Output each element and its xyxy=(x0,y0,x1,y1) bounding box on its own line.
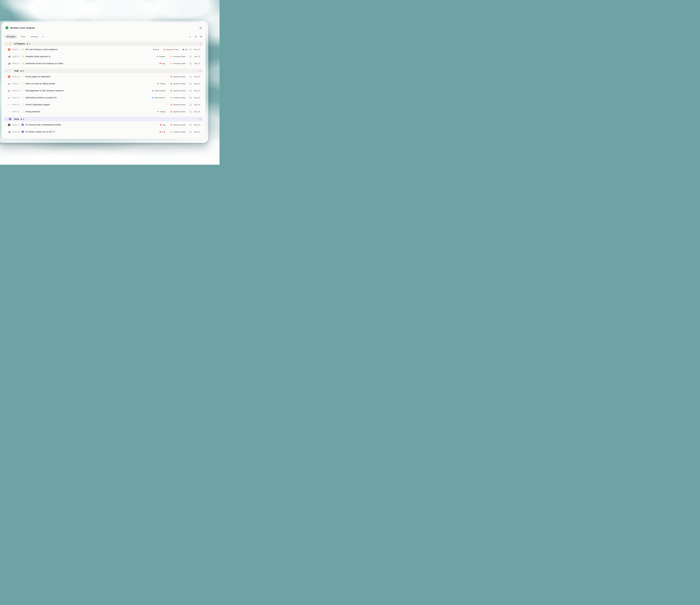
unassigned-avatar[interactable] xyxy=(189,75,192,78)
unassigned-avatar[interactable] xyxy=(189,123,192,126)
issue-row[interactable]: MON-13Dashboard charts not rendering on … xyxy=(4,60,203,67)
tab-active[interactable]: Active xyxy=(19,34,28,39)
due-date: Mar 24 xyxy=(193,76,200,78)
label-color-dot xyxy=(152,97,153,98)
team-pill[interactable]: Backend Team xyxy=(169,75,188,79)
label-pill[interactable]: Testing xyxy=(155,110,167,114)
issue-row[interactable]: MON-10Add pagination to GET /projects re… xyxy=(4,87,203,94)
tab-all-issues[interactable]: All issues xyxy=(4,34,17,39)
section-todo: Todo6+!MON-24testing again for duplicati… xyxy=(4,69,203,115)
add-issue-button[interactable]: + xyxy=(199,118,201,120)
tab-backlog[interactable]: Backlog xyxy=(29,34,40,39)
add-issue-button[interactable]: + xyxy=(199,43,201,45)
unassigned-avatar[interactable] xyxy=(189,55,192,58)
section-header[interactable]: Done2+ xyxy=(4,117,203,121)
label-text: Improvement xyxy=(154,97,165,99)
label-pill[interactable]: Bug xyxy=(158,130,167,134)
label-pill[interactable]: Improvement xyxy=(150,89,167,93)
issue-row[interactable]: MON-17Integrate Stripe payment UIFeature… xyxy=(4,53,203,60)
priority-icon-medium xyxy=(8,90,10,92)
view-tabs-row: All issuesActiveBacklog + xyxy=(2,33,205,40)
label-color-dot xyxy=(157,111,158,112)
issue-title: Fix memory leak in WebSocket handler xyxy=(25,124,61,126)
unassigned-avatar[interactable] xyxy=(189,62,192,65)
medium-priority-icon xyxy=(8,90,10,92)
team-pill[interactable]: Backend Team xyxy=(169,110,188,114)
issue-id: MON-13 xyxy=(12,63,22,65)
label-pill[interactable]: Bug xyxy=(151,47,160,51)
unassigned-avatar[interactable] xyxy=(189,82,192,85)
view-actions xyxy=(188,34,203,39)
team-name: Backend Team xyxy=(173,90,185,92)
issue-row[interactable]: MON-16Fix broken mobile nav on iOS 17Bug… xyxy=(4,128,203,135)
status-icon-done xyxy=(22,131,24,133)
priority-icon-low xyxy=(8,97,10,99)
window-header: Monday Linear Integrate xyxy=(2,22,205,33)
unassigned-avatar[interactable] xyxy=(189,48,192,51)
high-priority-icon xyxy=(8,55,10,57)
side-panel-button[interactable] xyxy=(199,34,203,39)
collapse-caret-icon[interactable] xyxy=(6,70,7,71)
section-header[interactable]: In Progress3+ xyxy=(4,42,203,46)
issue-row[interactable]: !MON-24testing again for duplicationBack… xyxy=(4,73,203,80)
team-pill[interactable]: Frontend Team xyxy=(168,62,188,66)
section-in-progress: In Progress3+!MON-9API rate limiting on … xyxy=(4,42,203,67)
issue-row[interactable]: !MON-12Fix memory leak in WebSocket hand… xyxy=(4,121,203,128)
team-pill[interactable]: Backend Team xyxy=(169,103,188,107)
section-header[interactable]: Todo6+ xyxy=(4,69,203,73)
label-pill[interactable]: Feature xyxy=(155,54,167,58)
issue-id: MON-9 xyxy=(12,48,22,51)
label-text: Bug xyxy=(162,131,165,133)
unassigned-avatar[interactable] xyxy=(189,130,192,133)
issue-id: MON-11 xyxy=(12,82,22,85)
issue-title: Add loading skeleton to project list xyxy=(25,96,57,99)
unassigned-avatar[interactable] xyxy=(189,111,192,113)
section-title: Done xyxy=(14,118,19,120)
priority-icon-urgent-muted: ! xyxy=(8,124,10,126)
estimate-badge[interactable]: XS xyxy=(182,48,188,51)
team-pill[interactable]: Frontend Team xyxy=(168,130,188,134)
priority-icon-none xyxy=(8,104,10,105)
done-status-icon xyxy=(22,124,24,126)
collapse-caret-icon[interactable] xyxy=(6,119,7,119)
issue-row[interactable]: !MON-9API rate limiting on /auth endpoin… xyxy=(4,46,203,53)
team-name: Backend Team xyxy=(173,111,185,113)
priority-icon-high xyxy=(8,63,10,65)
section-issue-count: 2 xyxy=(21,118,24,120)
priority-icon-urgent: ! xyxy=(8,48,10,51)
issue-title: Add pagination to GET /projects response xyxy=(25,90,64,92)
add-issue-button[interactable]: + xyxy=(199,70,201,72)
section-count-value: 2 xyxy=(23,118,24,120)
label-pill[interactable]: Bug xyxy=(158,123,167,127)
team-pill[interactable]: Backend Team xyxy=(169,123,188,127)
linear-app-window: Monday Linear Integrate All issuesActive… xyxy=(1,22,205,139)
todo-status-icon xyxy=(9,70,11,72)
team-pill[interactable]: Backend Team xyxy=(169,82,188,86)
unassigned-avatar[interactable] xyxy=(189,89,192,92)
label-pill[interactable]: Bug xyxy=(158,62,167,66)
team-pill[interactable]: Backend Team xyxy=(162,47,181,51)
team-name: Frontend Team xyxy=(173,63,185,65)
sliders-button[interactable] xyxy=(194,34,198,39)
label-pill[interactable]: Improvement xyxy=(150,96,167,100)
add-view-button[interactable]: + xyxy=(42,35,45,38)
team-pill[interactable]: Backend Team xyxy=(169,89,188,93)
issue-row[interactable]: MON-11Write unit tests for billing modul… xyxy=(4,80,203,87)
label-text: Testing xyxy=(159,111,166,113)
unassigned-avatar[interactable] xyxy=(189,103,192,106)
team-pill[interactable]: Frontend Team xyxy=(168,54,188,58)
issue-row[interactable]: MON-22testing backendTestingBackend Team… xyxy=(4,108,203,115)
status-icon-done xyxy=(9,118,11,120)
team-name: Frontend Team xyxy=(173,131,185,133)
due-date: Mar 23 xyxy=(193,131,200,133)
label-pill[interactable]: Testing xyxy=(155,82,167,86)
team-cube-icon xyxy=(170,76,172,78)
issue-row[interactable]: MON-15Add loading skeleton to project li… xyxy=(4,94,203,101)
notifications-button[interactable] xyxy=(199,26,202,29)
collapse-caret-icon[interactable] xyxy=(6,43,7,44)
unassigned-avatar[interactable] xyxy=(189,96,192,99)
team-pill[interactable]: Frontend Team xyxy=(168,96,188,100)
issue-row[interactable]: MON-23check if duplication happenBackend… xyxy=(4,101,203,108)
issue-title: testing backend xyxy=(25,111,40,113)
filter-button[interactable] xyxy=(188,34,192,39)
